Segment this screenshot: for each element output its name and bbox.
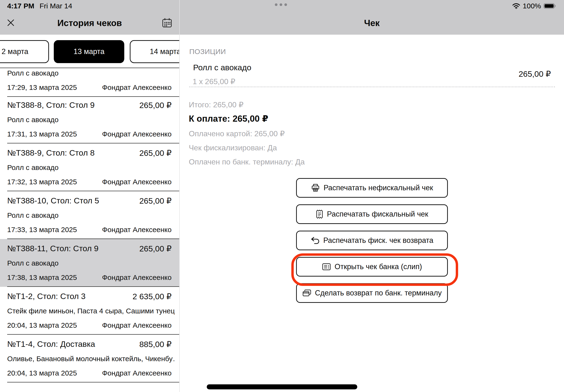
printer-icon <box>311 183 320 192</box>
receipt-row-t388-8[interactable]: №Т388-8, Стол: Стол 9 265,00 ₽ Ролл с ав… <box>0 96 179 143</box>
receipt-title: №Т1-4, Стол: Доставка <box>7 339 95 349</box>
status-time: 4:17 PM <box>7 2 34 10</box>
battery-icon <box>543 3 556 9</box>
panel-separator <box>179 0 180 392</box>
receipt-price: 885,00 ₽ <box>139 339 172 349</box>
summary-total: Итого: 265,00 ₽ <box>189 100 244 109</box>
button-label: Открыть чек банка (слип) <box>335 263 422 271</box>
receipt-meta: 17:29, 13 марта 2025 Фондрат Алексеенко <box>7 84 172 92</box>
summary-paid-card: Оплачено картой: 265,00 ₽ <box>189 129 285 138</box>
window-handle-dots-icon[interactable] <box>275 3 287 6</box>
receipt-items: Стейк филе миньон, Паста 4 сыра, Сашими … <box>7 307 175 315</box>
receipt-cashier: Фондрат Алексеенко <box>102 226 172 234</box>
summary-fiscalized: Чек фискализирован: Да <box>189 143 277 152</box>
status-bar-left: 4:17 PM Fri Mar 14 <box>7 2 72 10</box>
receipt-time: 17:29, 13 марта 2025 <box>7 84 77 92</box>
dotted-divider <box>189 86 555 87</box>
receipt-list: Ролл с авокадо 17:29, 13 марта 2025 Фонд… <box>0 68 179 392</box>
position-qty-price: 1 x 265,00 ₽ <box>193 77 235 86</box>
receipt-detail-panel: Чек 100% <box>180 0 564 392</box>
receipt-price: 265,00 ₽ <box>139 100 172 110</box>
home-indicator[interactable] <box>207 384 357 389</box>
wifi-icon <box>512 3 520 9</box>
fiscal-receipt-icon <box>316 209 323 219</box>
receipt-title: №Т388-10, Стол: Стол 5 <box>7 196 99 205</box>
print-nonfiscal-button[interactable]: Распечатать нефискальный чек <box>296 178 448 198</box>
page-title: История чеков <box>0 18 179 28</box>
summary-to-pay: К оплате: 265,00 ₽ <box>189 113 268 124</box>
detail-title: Чек <box>180 18 564 28</box>
receipt-time: 20:04, 13 марта 2025 <box>7 321 77 329</box>
receipt-time: 17:33, 13 марта 2025 <box>7 226 77 234</box>
receipt-cashier: Фондрат Алексеенко <box>102 321 172 329</box>
print-fiscal-button[interactable]: Распечатать фискальный чек <box>296 204 448 224</box>
receipt-row-t388-11-selected[interactable]: №Т388-11, Стол: Стол 9 265,00 ₽ Ролл с а… <box>0 239 179 287</box>
open-bank-slip-button[interactable]: Открыть чек банка (слип) <box>296 257 448 277</box>
positions-section-label: ПОЗИЦИИ <box>189 48 226 56</box>
receipt-row-t388-9[interactable]: №Т388-9, Стол: Стол 8 265,00 ₽ Ролл с ав… <box>0 143 179 191</box>
receipt-title: №Т388-11, Стол: Стол 9 <box>7 244 98 253</box>
print-refund-fiscal-button[interactable]: Распечатать фиск. чек возврата <box>296 231 448 250</box>
return-arrow-icon <box>311 237 320 244</box>
date-tab-14-march[interactable]: 14 марта <box>130 40 179 63</box>
date-tab-2-march[interactable]: 2 марта <box>0 40 49 63</box>
receipt-price: 2 635,00 ₽ <box>133 292 172 301</box>
receipt-cashier: Фондрат Алексеенко <box>102 84 172 92</box>
receipt-items: Ролл с авокадо <box>7 164 175 172</box>
button-label: Сделать возврат по банк. терминалу <box>315 289 442 297</box>
button-label: Распечатать нефискальный чек <box>324 183 433 192</box>
bank-slip-icon <box>322 263 331 271</box>
receipt-row-partial[interactable]: Ролл с авокадо 17:29, 13 марта 2025 Фонд… <box>0 68 179 97</box>
receipt-time: 17:32, 13 марта 2025 <box>7 178 77 186</box>
receipt-items: Оливье, Банановый молочный коктейль, Чик… <box>7 355 175 363</box>
right-header: Чек 100% <box>180 0 564 35</box>
receipt-cashier: Фондрат Алексеенко <box>102 130 172 138</box>
receipt-meta: 20:04, 13 марта 2025 Фондрат Алексеенко <box>7 321 172 329</box>
receipt-history-panel: 4:17 PM Fri Mar 14 История чеков <box>0 0 179 392</box>
summary-paid-terminal: Оплачен по банк. терминалу: Да <box>189 157 305 166</box>
battery-percent: 100% <box>523 2 541 10</box>
receipt-price: 265,00 ₽ <box>139 148 172 158</box>
terminal-refund-button[interactable]: Сделать возврат по банк. терминалу <box>296 283 448 303</box>
calendar-icon <box>162 17 173 28</box>
receipt-items: Ролл с авокадо <box>7 211 175 219</box>
receipt-meta: 17:32, 13 марта 2025 Фондрат Алексеенко <box>7 178 172 186</box>
receipt-meta: 20:04, 13 марта 2025 Фондрат Алексеенко <box>7 369 172 377</box>
button-label: Распечатать фискальный чек <box>327 210 428 218</box>
date-tab-13-march[interactable]: 13 марта <box>54 40 124 63</box>
receipt-row-t1-2[interactable]: №Т1-2, Стол: Стол 3 2 635,00 ₽ Стейк фил… <box>0 287 179 335</box>
receipt-meta: 17:31, 13 марта 2025 Фондрат Алексеенко <box>7 130 172 138</box>
left-header: 4:17 PM Fri Mar 14 История чеков <box>0 0 179 35</box>
receipt-title: №Т388-8, Стол: Стол 9 <box>7 100 95 110</box>
receipt-row-t388-10[interactable]: №Т388-10, Стол: Стол 5 265,00 ₽ Ролл с а… <box>0 191 179 239</box>
status-date: Fri Mar 14 <box>40 2 72 10</box>
button-label: Распечатать фиск. чек возврата <box>323 236 434 245</box>
receipt-meta: 17:33, 13 марта 2025 Фондрат Алексеенко <box>7 226 172 234</box>
receipt-title: №Т1-2, Стол: Стол 3 <box>7 292 85 301</box>
receipt-title: №Т388-9, Стол: Стол 8 <box>7 148 95 157</box>
receipt-meta: 17:38, 13 марта 2025 Фондрат Алексеенко <box>7 273 172 281</box>
position-total-price: 265,00 ₽ <box>519 69 551 79</box>
row-divider <box>7 382 179 382</box>
receipt-time: 20:04, 13 марта 2025 <box>7 369 77 377</box>
receipt-time: 17:38, 13 марта 2025 <box>7 273 77 281</box>
receipt-items: Ролл с авокадо <box>7 69 175 77</box>
position-name: Ролл с авокадо <box>193 63 251 72</box>
receipt-cashier: Фондрат Алексеенко <box>102 273 172 281</box>
card-return-icon <box>302 289 311 297</box>
receipt-row-t1-4[interactable]: №Т1-4, Стол: Доставка 885,00 ₽ Оливье, Б… <box>0 335 179 382</box>
receipt-cashier: Фондрат Алексеенко <box>102 369 172 377</box>
receipt-time: 17:31, 13 марта 2025 <box>7 130 77 138</box>
receipt-price: 265,00 ₽ <box>139 244 172 253</box>
calendar-button[interactable] <box>162 17 173 28</box>
receipt-cashier: Фондрат Алексеенко <box>102 178 172 186</box>
receipt-items: Ролл с авокадо <box>7 116 175 124</box>
status-bar-right: 100% <box>512 2 556 10</box>
receipt-items: Ролл с авокадо <box>7 259 175 267</box>
receipt-price: 265,00 ₽ <box>139 196 172 206</box>
app-screen: 4:17 PM Fri Mar 14 История чеков <box>0 0 564 392</box>
